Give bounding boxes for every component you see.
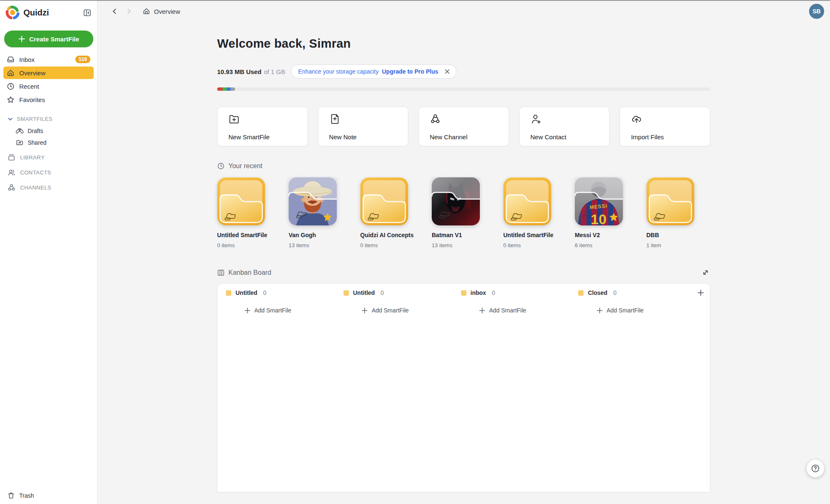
- plus-icon: [597, 307, 603, 314]
- upgrade-banner: Enhance your storage capacity Upgrade to…: [291, 64, 456, 79]
- sidebar-item-drafts[interactable]: Drafts: [0, 125, 97, 137]
- user-avatar[interactable]: SB: [809, 4, 824, 19]
- action-label: New Note: [329, 133, 357, 141]
- column-color-swatch: [578, 290, 584, 296]
- back-button[interactable]: [109, 6, 120, 17]
- image-thumbnail: [432, 177, 480, 225]
- help-button[interactable]: [807, 460, 824, 477]
- column-name: Untitled: [353, 289, 375, 296]
- close-banner-button[interactable]: [443, 68, 451, 75]
- sidebar-item-favorites[interactable]: Favorites: [3, 93, 94, 106]
- main-content: Overview SB Welcome back, Simran 10.93 M…: [97, 0, 830, 504]
- sidebar-item-label: Favorites: [19, 96, 90, 103]
- sidebar-item-label: Recent: [19, 83, 90, 90]
- add-smartfile-button[interactable]: Add SmartFile: [226, 307, 310, 314]
- create-smartfile-button[interactable]: Create SmartFile: [4, 31, 93, 47]
- sidebar-item-channels[interactable]: CHANNELS: [3, 181, 94, 194]
- star-outline-icon: [7, 96, 15, 104]
- trash-icon: [8, 492, 15, 499]
- new-note-card[interactable]: New Note: [318, 107, 409, 146]
- recent-item-untitled-2[interactable]: Untitled SmartFile 0 items: [503, 177, 551, 248]
- kanban-column-header[interactable]: Untitled 0: [226, 289, 343, 296]
- add-smartfile-button[interactable]: Add SmartFile: [343, 307, 427, 314]
- new-contact-card[interactable]: New Contact: [519, 107, 610, 146]
- favorite-star-icon: [575, 177, 623, 225]
- recent-item-untitled-1[interactable]: Untitled SmartFile 0 items: [217, 177, 265, 248]
- column-color-swatch: [226, 290, 231, 296]
- file-name: Van Gogh: [289, 232, 337, 238]
- file-count: 0 items: [503, 242, 551, 248]
- sidebar: Quidzi Create SmartFile Inbox 519 Overvi…: [0, 0, 97, 504]
- add-smartfile-button[interactable]: Add SmartFile: [461, 307, 545, 314]
- sidebar-item-overview[interactable]: Overview: [3, 67, 94, 79]
- inbox-badge: 519: [75, 56, 90, 63]
- add-smartfile-label: Add SmartFile: [489, 307, 526, 314]
- new-smartfile-card[interactable]: New SmartFile: [217, 107, 308, 146]
- column-count: 0: [492, 289, 495, 296]
- sidebar-section-smartfiles[interactable]: SMARTFILES: [3, 114, 94, 123]
- file-name: DBB: [646, 232, 694, 238]
- add-smartfile-label: Add SmartFile: [254, 307, 292, 314]
- folder-thumbnail: [646, 177, 694, 225]
- channel-icon: [430, 113, 441, 125]
- kanban-board: Untitled 0 Add SmartFile Untitled 0 Add …: [217, 283, 710, 492]
- add-smartfile-button[interactable]: Add SmartFile: [578, 307, 662, 314]
- kanban-column-4: Closed 0 Add SmartFile: [578, 289, 696, 492]
- sidebar-collapse-button[interactable]: [82, 8, 92, 18]
- sidebar-item-contacts[interactable]: CONTACTS: [3, 166, 94, 179]
- clock-icon: [7, 82, 15, 90]
- sidebar-item-inbox[interactable]: Inbox 519: [3, 53, 94, 66]
- home-icon: [143, 8, 150, 15]
- cloud-upload-icon: [631, 113, 642, 125]
- kanban-column-header[interactable]: Untitled 0: [343, 289, 461, 296]
- file-name: Batman V1: [432, 232, 480, 238]
- sidebar-item-shared[interactable]: Shared: [0, 137, 97, 148]
- new-channel-card[interactable]: New Channel: [418, 107, 509, 146]
- folder-thumbnail: [217, 177, 265, 225]
- progress-segment-red: [217, 87, 223, 91]
- sidebar-item-library[interactable]: LIBRARY: [3, 151, 94, 164]
- kanban-column-header[interactable]: Closed 0: [578, 289, 696, 296]
- kanban-column-header[interactable]: inbox 0: [461, 289, 579, 296]
- storage-used: 10.93 MB Used: [217, 68, 261, 75]
- yellow-folder-icon: [360, 177, 408, 225]
- expand-icon: [702, 269, 709, 276]
- add-smartfile-label: Add SmartFile: [371, 307, 409, 314]
- upgrade-link[interactable]: Upgrade to Pro Plus: [382, 68, 438, 75]
- forward-button[interactable]: [123, 6, 134, 17]
- kanban-column-3: inbox 0 Add SmartFile: [461, 289, 579, 492]
- breadcrumb[interactable]: Overview: [143, 8, 180, 15]
- home-icon: [7, 69, 15, 77]
- recent-item-dbb[interactable]: DBB 1 item: [646, 177, 694, 248]
- sidebar-item-trash[interactable]: Trash: [8, 492, 34, 499]
- sidebar-item-recent[interactable]: Recent: [3, 80, 94, 92]
- image-thumbnail: [289, 177, 337, 225]
- kanban-columns-icon: [217, 269, 225, 276]
- folder-thumbnail: [503, 177, 551, 225]
- recent-item-van-gogh[interactable]: Van Gogh 13 items: [289, 177, 337, 248]
- kanban-column-1: Untitled 0 Add SmartFile: [226, 289, 343, 492]
- yellow-folder-icon: [646, 177, 694, 225]
- favorite-star-icon: [289, 177, 337, 225]
- page-title: Welcome back, Simran: [217, 37, 710, 51]
- plus-icon: [361, 307, 368, 314]
- import-files-card[interactable]: Import Files: [620, 107, 710, 146]
- file-count: 13 items: [432, 242, 480, 248]
- recent-item-messi[interactable]: MESSI 10 Messi V2 6 items: [575, 177, 623, 248]
- window-top-edge: [0, 0, 830, 1]
- file-name: Messi V2: [575, 232, 623, 238]
- expand-kanban-button[interactable]: [701, 268, 710, 277]
- contacts-icon: [8, 169, 15, 177]
- column-count: 0: [263, 289, 266, 296]
- recent-item-batman[interactable]: Batman V1 13 items: [432, 177, 480, 248]
- plus-icon: [244, 307, 251, 314]
- column-name: inbox: [471, 289, 486, 296]
- section-label: LIBRARY: [20, 154, 45, 161]
- recent-item-quidzi-ai-concepts[interactable]: Quidzi AI Concepts 0 items: [360, 177, 408, 248]
- library-icon: [8, 154, 15, 161]
- add-column-button[interactable]: [696, 289, 706, 301]
- column-name: Untitled: [236, 289, 257, 296]
- app-title: Quidzi: [23, 8, 82, 18]
- column-count: 0: [381, 289, 384, 296]
- quidzi-logo-icon: [5, 5, 20, 20]
